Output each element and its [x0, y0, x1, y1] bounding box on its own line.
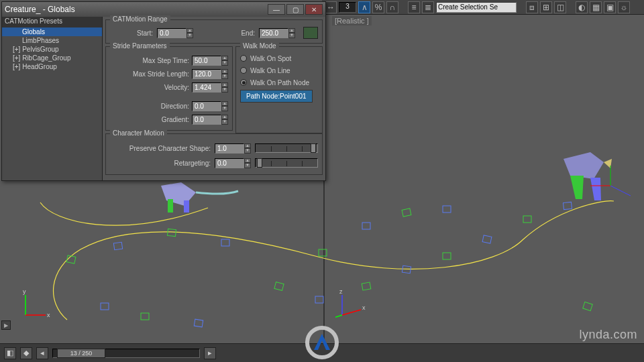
end-label: End: [212, 29, 255, 37]
walk-on-path-radio[interactable]: Walk On Path Node [240, 76, 318, 88]
material-icon[interactable]: ◐ [576, 1, 588, 13]
svg-rect-8 [443, 253, 451, 259]
close-button[interactable]: ✕ [305, 4, 323, 15]
time-slider[interactable]: 13 / 250 [52, 349, 200, 358]
svg-rect-4 [274, 282, 284, 291]
direction-spinner[interactable]: ▲▼ [192, 101, 228, 111]
maximize-button[interactable]: ▢ [286, 4, 304, 15]
svg-line-38 [335, 315, 342, 319]
tree-item-limbphases[interactable]: LimbPhases [2, 36, 102, 45]
gradient-spinner[interactable]: ▲▼ [192, 115, 228, 125]
tree-item-ribcage[interactable]: [+] RibCage_Group [2, 54, 102, 62]
axis-gizmo-right: z x [335, 287, 369, 320]
svg-rect-15 [194, 319, 203, 327]
dialog-title: Creature_ - Globals [5, 5, 75, 14]
tree-item-globals[interactable]: Globals [2, 27, 102, 36]
max-stride-len-label: Max Stride Length: [110, 70, 189, 78]
retarget-spinner[interactable]: ▲▼ [215, 158, 251, 168]
preset-tree[interactable]: CATMotion Presets Globals LimbPhases [+]… [2, 17, 103, 180]
goto-start-icon[interactable]: ◂ [36, 347, 48, 359]
walk-mode-group: Walk Mode Walk On Spot Walk On Line Walk… [235, 46, 323, 133]
gradient-label: Gradient: [110, 116, 189, 123]
preserve-spinner[interactable]: ▲▼ [215, 143, 251, 154]
direction-label: Direction: [110, 103, 189, 110]
svg-rect-7 [402, 265, 411, 274]
svg-rect-29 [184, 200, 189, 213]
charmo-title: Character Motion [110, 129, 167, 137]
range-title: CATMotion Range [110, 15, 170, 23]
svg-rect-14 [141, 313, 149, 320]
play-toggle-icon[interactable]: ▶ [1, 320, 11, 330]
walk-on-line-radio[interactable]: Walk On Line [240, 64, 318, 76]
character-motion-group: Character Motion Preserve Character Shap… [105, 133, 323, 175]
max-stride-len-spinner[interactable]: ▲▼ [192, 69, 228, 79]
axis-gizmo-left: y x [20, 287, 54, 320]
timeline-key-icon[interactable]: ◆ [20, 347, 32, 359]
svg-text:x: x [47, 312, 50, 318]
svg-rect-18 [402, 208, 411, 217]
path-node-button[interactable]: Path Node:Point001 [240, 90, 313, 103]
dialog-titlebar[interactable]: Creature_ - Globals — ▢ ✕ [2, 2, 325, 17]
tree-item-headgroup[interactable]: [+] HeadGroup [2, 62, 102, 71]
spinner-value[interactable]: 3 [339, 2, 356, 13]
svg-marker-21 [570, 176, 584, 199]
preserve-slider[interactable] [255, 143, 318, 153]
render-frame-icon[interactable]: ▣ [604, 1, 616, 13]
svg-text:y: y [23, 288, 26, 295]
svg-point-39 [307, 328, 337, 357]
svg-line-36 [342, 310, 361, 315]
render-setup-icon[interactable]: ▦ [590, 1, 602, 13]
goto-end-icon[interactable]: ▸ [204, 347, 216, 359]
end-spinner[interactable]: ▲▼ [259, 28, 295, 38]
retarget-label: Retargeting: [110, 160, 211, 167]
minimize-button[interactable]: — [268, 4, 285, 15]
main-toolbar: ↔ 3 ∧ % ∩ ≡ ≣ ⧈ ⊞ ◫ ◐ ▦ ▣ ☼ [322, 0, 644, 15]
align-icon[interactable]: ⊞ [540, 1, 552, 13]
svg-rect-19 [443, 206, 451, 213]
max-step-time-label: Max Step Time: [110, 57, 189, 64]
svg-rect-13 [101, 303, 109, 310]
stride-group: Stride Parameters Max Step Time:▲▼ Max S… [105, 46, 233, 131]
svg-text:x: x [362, 304, 366, 311]
svg-text:z: z [339, 288, 343, 295]
scene-explorer-icon[interactable]: ≡ [408, 1, 420, 13]
spreadsheet-icon[interactable] [303, 27, 318, 39]
start-spinner[interactable]: ▲▼ [157, 28, 193, 38]
stride-title: Stride Parameters [110, 42, 170, 50]
svg-rect-17 [362, 223, 370, 229]
catmotion-dialog: Creature_ - Globals — ▢ ✕ CATMotion Pres… [1, 1, 326, 181]
svg-rect-3 [221, 239, 229, 246]
schematic-icon[interactable]: ◫ [554, 1, 566, 13]
range-group: CATMotion Range Start: ▲▼ End: ▲▼ [105, 19, 323, 44]
preserve-label: Preserve Character Shape: [110, 145, 211, 152]
svg-rect-10 [523, 216, 531, 223]
svg-marker-27 [161, 182, 196, 206]
velocity-spinner[interactable]: ▲▼ [192, 82, 228, 93]
svg-rect-28 [168, 199, 173, 213]
mirror-icon[interactable]: ⧈ [526, 1, 538, 13]
magnet-icon[interactable]: ∩ [386, 1, 398, 13]
svg-rect-1 [113, 242, 122, 250]
svg-marker-22 [590, 178, 601, 200]
percent-icon[interactable]: % [372, 1, 384, 13]
render-icon[interactable]: ☼ [618, 1, 630, 13]
snap-angle-icon[interactable]: ∧ [358, 1, 370, 13]
max-step-time-spinner[interactable]: ▲▼ [192, 56, 228, 66]
tree-item-pelvis[interactable]: [+] PelvisGroup [2, 45, 102, 54]
svg-marker-20 [564, 152, 604, 179]
time-slider-thumb[interactable]: 13 / 250 [57, 349, 105, 358]
watermark-text: lynda.com [579, 328, 637, 342]
retarget-slider[interactable] [255, 158, 318, 168]
velocity-label: Velocity: [110, 84, 189, 91]
timeline-config-icon[interactable]: ◧ [4, 347, 16, 359]
walk-on-spot-radio[interactable]: Walk On Spot [240, 52, 318, 64]
scale-icon[interactable]: ↔ [325, 1, 337, 13]
svg-rect-16 [319, 249, 327, 256]
svg-rect-2 [168, 229, 176, 236]
tree-header: CATMotion Presets [2, 17, 102, 27]
selection-set-dropdown[interactable] [436, 2, 517, 13]
svg-rect-11 [564, 202, 572, 209]
layer-icon[interactable]: ≣ [422, 1, 434, 13]
start-label: Start: [110, 29, 153, 37]
logo-icon [301, 326, 343, 359]
